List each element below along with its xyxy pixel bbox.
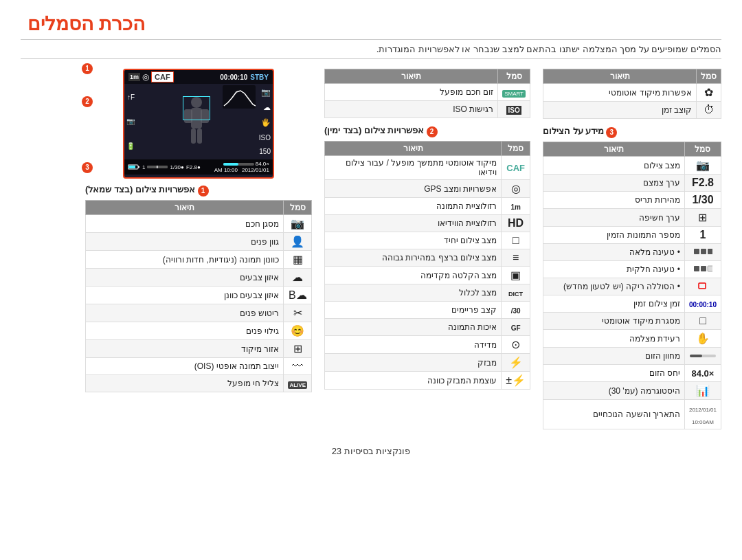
cam-dot-icon: ◎: [142, 72, 149, 82]
icon-cell: ⚡±: [502, 372, 530, 390]
table-row: ISO רגישות ISO: [325, 101, 530, 118]
resolution-icon: 1m: [510, 203, 520, 211]
cam-icon-2: ☁: [259, 103, 271, 112]
table-row: 👤 גוון פנים: [86, 233, 312, 251]
desc-cell: מצב לכלול: [325, 284, 502, 302]
prerecord-icon: ▣: [510, 269, 521, 281]
table-row: ≡ מצב צילום ברצף במהירות גבוהה: [325, 249, 530, 267]
histogram-icon: 📊: [696, 385, 710, 396]
table-row: CAF מיקוד אוטומטי מתמשך מופעל / עבור ציל…: [325, 156, 530, 180]
desc-cell: מבזק: [325, 354, 502, 372]
smart-icon: SMART: [502, 90, 526, 98]
section2-header: 2 אפשרויות צילום (בצד ימין): [324, 125, 530, 138]
desc-cell: יחס הזום: [543, 365, 685, 382]
desc-cell: רעידת מצלמה: [543, 330, 685, 348]
table-row: ⚡ מבזק: [325, 354, 530, 372]
alive-icon: ALIVE: [288, 381, 307, 389]
desc-cell: ערך חשיפה: [543, 209, 685, 227]
cam-zoom-bar-svg: [223, 162, 254, 166]
column-3: 1 2 3 STBY 00:00:10 CAF ◎ 1m: [85, 69, 312, 436]
desc-cell: • הסוללה ריקה (יש לטעון מחדש): [543, 278, 685, 295]
desc-cell: • טעינה חלקית: [543, 261, 685, 278]
table-col3: סמל תיאור 📷 מסגן חכם 👤 גוון פנים ▦: [85, 200, 312, 392]
table-row: 2012/01/0110:00AM התאריך והשעה הנוכחיים: [543, 400, 721, 429]
quality-icon: GF: [511, 324, 521, 332]
table-row: ×84.0 יחס הזום: [543, 365, 721, 382]
desc-cell: ערך צמצם: [543, 175, 685, 192]
icon-cell: 30/: [502, 302, 530, 319]
cam-icon-4: ISO: [259, 134, 271, 142]
icon-cell: 2012/01/0110:00AM: [684, 400, 721, 429]
desc-cell: מסגן חכם: [86, 215, 284, 233]
icon-cell: ⊞: [284, 340, 312, 358]
cam-battery-icon: [128, 164, 140, 170]
cam-bottom-right: ●F2.8 ●1/30 1: [128, 164, 201, 170]
cam-1m-icon: 1m: [128, 73, 140, 81]
table-row: ◎ אפשרויות ומצב GPS: [325, 180, 530, 198]
section1-header: 1 אפשרויות צילום (בצד שמאל): [85, 184, 312, 197]
cam-icon-3: 🖐: [259, 118, 271, 127]
icon-cell: ⊙: [502, 336, 530, 354]
svg-rect-14: [197, 128, 202, 144]
fps-icon: 30/: [511, 307, 521, 315]
icon-cell: ◎: [502, 180, 530, 198]
table-row: 1/30 מהירות תריס: [543, 192, 721, 209]
caf-icon: CAF: [506, 163, 525, 173]
desc-cell: מצב צילום ברצף במהירות גבוהה: [325, 249, 502, 267]
icon-cell: 1/30: [684, 192, 721, 209]
icon-cell: 00:00:10: [684, 295, 721, 313]
table-row: ⊞ אזור מיקוד: [86, 340, 312, 358]
cam-center: [137, 84, 257, 159]
svg-rect-1: [701, 249, 706, 254]
table-row: • טעינה חלקית: [543, 261, 721, 278]
table-row: 📷 מסגן חכם: [86, 215, 312, 233]
icon-cell: 📊: [684, 382, 721, 400]
badge-1: 1: [82, 63, 93, 74]
icon-cell: 1m: [502, 198, 530, 215]
icon-cell: □: [684, 313, 721, 330]
desc-cell: מהירות תריס: [543, 192, 685, 209]
zoom-bar-icon: [690, 352, 716, 359]
iso-icon: ISO: [506, 106, 521, 115]
dict-icon: DICT: [508, 291, 523, 298]
desc-cell: גילוי פנים: [86, 322, 284, 340]
fvalue-icon: F2.8: [692, 177, 714, 188]
desc-cell: אפשרויות ומצב GPS: [325, 180, 502, 198]
table-row: • הסוללה ריקה (יש לטעון מחדש): [543, 278, 721, 295]
th-symbol: סמל: [684, 142, 721, 157]
cam-bottom-bar: ×84.0 2012/01/01 10:00 AM ●F2.8 ●1/30: [124, 159, 273, 175]
cam-bottom-left: ×84.0 2012/01/01 10:00 AM: [214, 161, 269, 173]
svg-rect-2: [708, 249, 712, 254]
icon-cell: 📷: [684, 157, 721, 175]
af-frame-icon: □: [699, 315, 706, 326]
section1-num: 1: [198, 186, 209, 197]
table-row: ▦ כוונון תמונה (ניגודיות, חדות ורוויה): [86, 251, 312, 269]
camera-screen: STBY 00:00:10 CAF ◎ 1m 📷: [123, 69, 274, 179]
shake-icon: ✋: [696, 333, 710, 344]
burst-icon: ≡: [513, 251, 519, 263]
th-symbol: סמל: [502, 142, 530, 156]
flash-comp-icon: ⚡±: [506, 374, 526, 386]
table-row: 〰 ייצוב תמונה אופטי (OIS): [86, 358, 312, 375]
svg-rect-22: [138, 166, 139, 168]
page-number: פונקציות בסיסיות 23: [21, 446, 721, 456]
th-desc: תיאור: [325, 142, 502, 156]
page-subtitle: הסמלים שמופיעים על מסך המצלמה ישתנו בהתא…: [21, 39, 721, 59]
img-adjust-icon: ▦: [293, 254, 303, 265]
table-row: GF איכות התמונה: [325, 319, 530, 336]
macro-icon: ✿: [704, 87, 713, 98]
icon-cell: [684, 348, 721, 365]
desc-cell: עוצמת המבזק כוונה: [325, 372, 502, 390]
battery-full-icon: [693, 247, 712, 256]
desc-cell: מצב הקלטה מקדימה: [325, 267, 502, 284]
table-row: ✋ רעידת מצלמה: [543, 330, 721, 348]
th-symbol-col3: סמל: [284, 201, 312, 215]
icon-cell: F2.8: [684, 175, 721, 192]
table-col1-bottom: סמל תיאור 📷 מצב צילום F2.8 ערך צמצם 1/30: [543, 142, 721, 429]
th-desc-col1top: תיאור: [543, 69, 697, 84]
desc-cell: מדידה: [325, 336, 502, 354]
desc-cell: כוונון תמונה (ניגודיות, חדות ורוויה): [86, 251, 284, 269]
datetime-icon: 2012/01/0110:00AM: [689, 407, 717, 425]
table-row: ✿ אפשרות מיקוד אוטומטי: [543, 84, 721, 102]
table-row: ☁B איזון צבעים כוונן: [86, 287, 312, 304]
